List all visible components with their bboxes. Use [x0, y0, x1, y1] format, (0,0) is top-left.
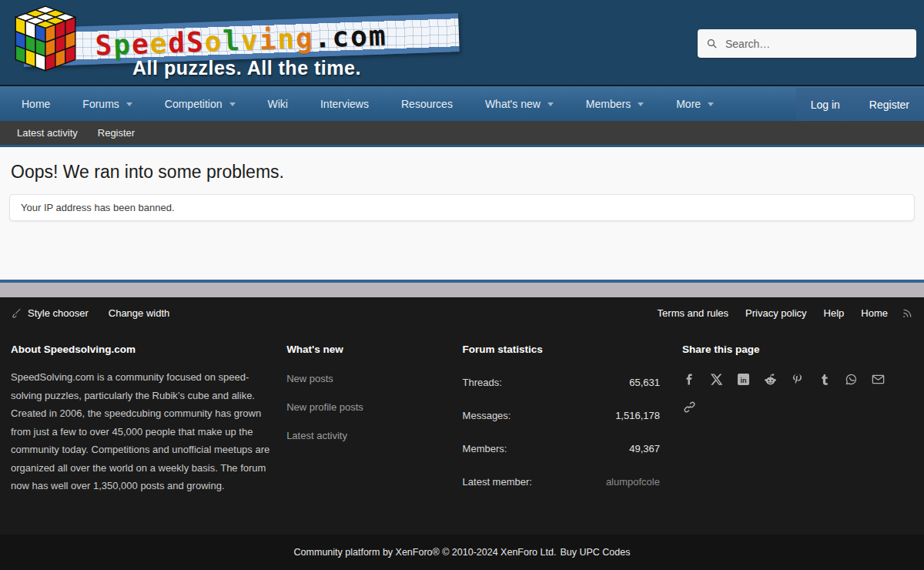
brand-letter: d [168, 26, 187, 59]
search-icon [705, 37, 718, 50]
footer-link-help[interactable]: Help [824, 307, 845, 319]
auth-nav: Log inRegister [796, 88, 924, 121]
whats-new-heading: What's new [286, 344, 451, 355]
copyright-text: Community platform by XenForo® © 2010-20… [294, 547, 557, 558]
nav-item-label: Interviews [320, 98, 369, 110]
whats-new-link-new-posts[interactable]: New posts [286, 370, 451, 387]
nav-item-forums[interactable]: Forums [66, 86, 148, 121]
stat-label: Messages: [463, 407, 511, 424]
nav-item-label: Wiki [268, 98, 288, 110]
reddit-icon[interactable] [763, 372, 790, 387]
stat-value: 1,516,178 [615, 407, 660, 424]
stat-row: Threads:65,631 [463, 374, 660, 391]
buy-upc-codes-link[interactable]: Buy UPC Codes [560, 547, 630, 558]
change-width-button[interactable]: Change width [109, 307, 170, 319]
brand-letter: l [223, 25, 242, 57]
nav-item-wiki[interactable]: Wiki [252, 86, 304, 121]
nav-item-more[interactable]: More [660, 86, 730, 121]
nav-item-label: Members [586, 98, 631, 110]
linkedin-icon[interactable]: in [736, 372, 763, 387]
about-heading: About Speedsolving.com [11, 344, 276, 355]
brand-tagline: All puzzles. All the time. [132, 57, 361, 79]
subnav-item-latest-activity[interactable]: Latest activity [7, 127, 88, 139]
nav-item-label: Home [22, 98, 50, 110]
svg-text:in: in [740, 377, 746, 384]
nav-item-label: Competition [165, 98, 223, 110]
stat-label: Latest member: [463, 474, 532, 490]
whats-new-link-new-profile-posts[interactable]: New profile posts [286, 399, 451, 416]
brand-letter: v [240, 24, 259, 56]
main-navbar: HomeForumsCompetitionWikiInterviewsResou… [0, 85, 924, 121]
stat-value: 65,631 [629, 374, 660, 391]
nav-item-members[interactable]: Members [570, 86, 660, 121]
copyright-bar: Community platform by XenForo® © 2010-20… [0, 535, 924, 570]
brand-letter: o [204, 25, 223, 57]
subnav-item-register[interactable]: Register [88, 127, 145, 139]
stat-label: Members: [463, 441, 507, 457]
main-content: Oops! We ran into some problems. Your IP… [0, 147, 924, 280]
page-title: Oops! We ran into some problems. [0, 147, 924, 194]
stat-label: Threads: [463, 374, 502, 391]
site-header: SpeedSolving.com All puzzles. All the ti… [0, 0, 924, 85]
nav-item-label: Forums [82, 98, 119, 110]
nav-item-resources[interactable]: Resources [385, 86, 469, 121]
nav-item-what-s-new[interactable]: What's new [469, 86, 570, 121]
error-message-text: Your IP address has been banned. [21, 202, 175, 213]
pinterest-icon[interactable] [790, 372, 817, 387]
tumblr-icon[interactable] [817, 372, 844, 387]
brand-name: SpeedSolving.com [95, 19, 387, 61]
stat-row: Members:49,367 [463, 441, 660, 457]
rss-icon[interactable] [902, 307, 913, 319]
sub-navbar: Latest activityRegister [0, 121, 924, 145]
footer-link-terms-and-rules[interactable]: Terms and rules [658, 307, 728, 319]
nav-item-home[interactable]: Home [5, 86, 66, 121]
stat-row: Messages:1,516,178 [463, 407, 660, 424]
about-section: About Speedsolving.com SpeedSolving.com … [11, 344, 276, 535]
footer-toolbar: Style chooser Change width Terms and rul… [0, 297, 924, 324]
style-chooser-label: Style chooser [28, 307, 89, 319]
stat-value: 49,367 [629, 441, 660, 457]
nav-item-label: More [676, 98, 701, 110]
facebook-icon[interactable] [682, 372, 709, 387]
brand-letter: n [277, 22, 296, 55]
paintbrush-icon [11, 307, 22, 319]
chevron-down-icon [126, 102, 132, 106]
site-footer: Style chooser Change width Terms and rul… [0, 297, 924, 570]
site-logo[interactable]: SpeedSolving.com All puzzles. All the ti… [0, 0, 477, 85]
footer-links: Terms and rulesPrivacy policyHelpHome [641, 307, 913, 319]
register-button[interactable]: Register [855, 88, 924, 121]
chevron-down-icon [638, 102, 644, 106]
forum-statistics-heading: Forum statistics [463, 344, 660, 355]
whatsapp-icon[interactable] [844, 372, 871, 387]
whats-new-section: What's new New postsNew profile postsLat… [286, 344, 451, 535]
brand-letter: i [259, 23, 278, 55]
nav-item-interviews[interactable]: Interviews [304, 86, 385, 121]
brand-suffix: .com [313, 19, 387, 53]
page-strip [0, 283, 924, 297]
nav-item-label: What's new [485, 98, 541, 110]
brand-letter: e [149, 27, 169, 59]
whats-new-link-latest-activity[interactable]: Latest activity [286, 428, 451, 444]
link-icon[interactable] [682, 400, 709, 414]
login-button[interactable]: Log in [796, 88, 855, 121]
search-input[interactable] [725, 38, 909, 50]
chevron-down-icon [229, 102, 236, 106]
rubiks-cube-logo-icon [6, 4, 85, 82]
email-icon[interactable] [871, 372, 898, 387]
style-chooser-button[interactable]: Style chooser [11, 307, 89, 319]
share-section: Share this page in [682, 344, 913, 535]
nav-item-label: Resources [401, 98, 453, 110]
chevron-down-icon [708, 102, 714, 106]
brand-letter: e [131, 28, 150, 60]
footer-link-privacy-policy[interactable]: Privacy policy [745, 307, 806, 319]
stat-value[interactable]: alumpofcole [606, 474, 660, 490]
chevron-down-icon [547, 102, 554, 106]
brand-letter: g [295, 22, 314, 54]
error-message-box: Your IP address has been banned. [9, 194, 915, 221]
nav-item-competition[interactable]: Competition [149, 86, 252, 121]
search-box[interactable] [698, 29, 916, 58]
x-twitter-icon[interactable] [709, 372, 736, 387]
footer-link-home[interactable]: Home [861, 307, 888, 319]
brand-letter: S [95, 28, 114, 61]
brand-letter: S [186, 25, 205, 58]
